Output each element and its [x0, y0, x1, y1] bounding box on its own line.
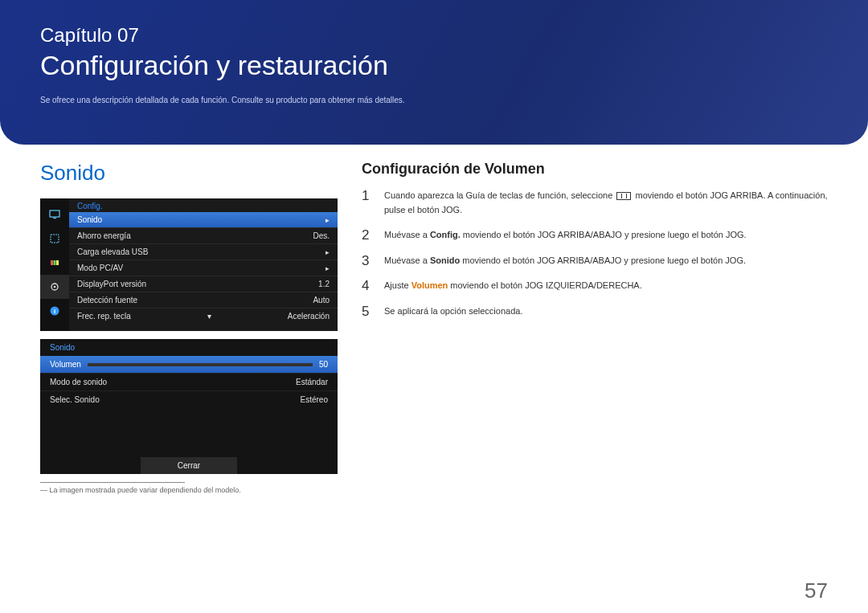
- osd-sub-title: Sonido: [40, 339, 338, 356]
- svg-rect-5: [56, 260, 59, 265]
- volume-slider: [88, 363, 313, 366]
- osd-sub-selec: Selec. Sonido Estéreo: [40, 390, 338, 408]
- menu-icon: [616, 192, 631, 200]
- content-area: Sonido i Config. Sonido ▸ A: [0, 145, 868, 502]
- steps-list: 1 Cuando aparezca la Guía de teclas de f…: [362, 189, 828, 319]
- osd-row-usb: Carga elevada USB ▸: [69, 243, 338, 260]
- right-title: Configuración de Volumen: [362, 161, 828, 178]
- info-icon: i: [40, 299, 69, 323]
- left-column: Sonido i Config. Sonido ▸ A: [40, 161, 338, 494]
- chevron-down-icon: ▾: [131, 312, 288, 321]
- chapter-label: Capítulo 07: [40, 24, 828, 47]
- step-1: 1 Cuando aparezca la Guía de teclas de f…: [362, 189, 828, 217]
- osd-icon-strip: i: [40, 198, 69, 331]
- step-4: 4 Ajuste Volumen moviendo el botón JOG I…: [362, 279, 828, 293]
- osd-row-displayport: DisplayPort versión 1.2: [69, 276, 338, 292]
- osd-header-label: Config.: [69, 198, 338, 212]
- step-3: 3 Muévase a Sonido moviendo el botón JOG…: [362, 254, 828, 268]
- right-column: Configuración de Volumen 1 Cuando aparez…: [362, 161, 828, 494]
- gear-icon: [40, 275, 69, 299]
- chapter-title: Configuración y restauración: [40, 50, 828, 81]
- svg-point-7: [54, 286, 56, 288]
- chapter-header: Capítulo 07 Configuración y restauración…: [0, 0, 868, 145]
- osd-menu-top: i Config. Sonido ▸ Ahorro energía Des. C…: [40, 198, 338, 331]
- svg-rect-0: [50, 210, 59, 217]
- page-number: 57: [805, 578, 828, 603]
- svg-rect-2: [51, 235, 59, 243]
- chapter-subtitle: Se ofrece una descripción detallada de c…: [40, 96, 828, 104]
- osd-sub-modo: Modo de sonido Estándar: [40, 373, 338, 390]
- osd-list: Config. Sonido ▸ Ahorro energía Des. Car…: [69, 198, 338, 331]
- osd-row-ahorro: Ahorro energía Des.: [69, 227, 338, 243]
- step-5: 5 Se aplicará la opción seleccionada.: [362, 304, 828, 319]
- monitor-icon: [40, 202, 69, 227]
- osd-row-deteccion: Detección fuente Auto: [69, 292, 338, 308]
- svg-rect-3: [51, 260, 53, 265]
- crop-icon: [40, 227, 69, 251]
- svg-rect-4: [54, 260, 56, 265]
- osd-row-sonido: Sonido ▸: [69, 212, 338, 227]
- svg-rect-1: [53, 218, 56, 219]
- section-title: Sonido: [40, 161, 338, 186]
- step-2: 2 Muévase a Config. moviendo el botón JO…: [362, 228, 828, 243]
- osd-row-frecrep: Frec. rep. tecla ▾ Aceleración: [69, 308, 338, 324]
- osd-menu-bottom: Sonido Volumen 50 Modo de sonido Estánda…: [40, 339, 338, 474]
- osd-sub-volumen: Volumen 50: [40, 356, 338, 373]
- osd-close-button: Cerrar: [141, 457, 237, 474]
- color-icon: [40, 251, 69, 275]
- osd-row-pcav: Modo PC/AV ▸: [69, 260, 338, 276]
- footnote: ― La imagen mostrada puede variar depend…: [40, 483, 338, 494]
- svg-text:i: i: [54, 308, 55, 315]
